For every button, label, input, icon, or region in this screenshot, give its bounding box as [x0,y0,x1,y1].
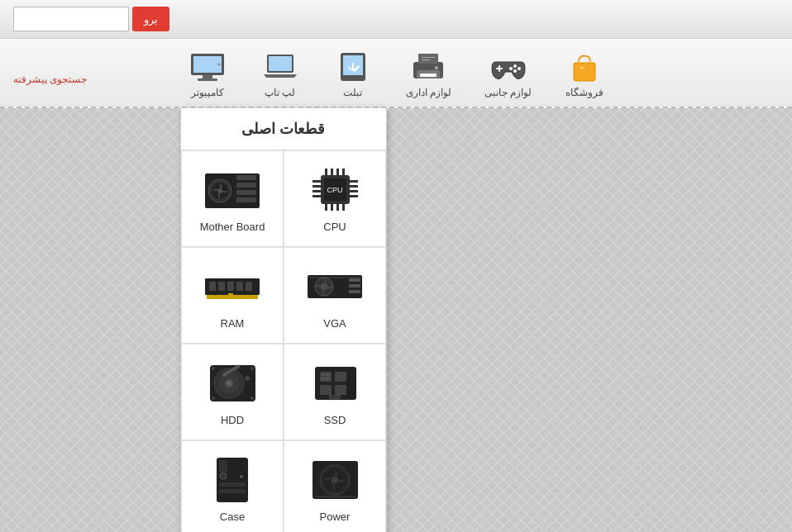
svg-rect-36 [336,169,339,175]
svg-rect-74 [326,378,329,380]
svg-rect-27 [313,185,321,188]
svg-rect-73 [322,378,325,380]
svg-rect-22 [198,78,217,81]
svg-rect-56 [349,290,360,293]
svg-rect-54 [349,278,360,282]
svg-rect-63 [246,282,252,291]
dropdown-panel: قطعات اصلی [180,107,387,532]
svg-rect-96 [219,489,246,493]
search-input[interactable] [13,7,129,31]
svg-rect-91 [314,496,356,497]
svg-rect-57 [309,277,360,278]
grid-item-ram[interactable]: RAM [181,247,284,344]
ram-label: RAM [221,317,245,330]
nav-label-laptop: لپ تاپ [265,87,295,98]
svg-rect-39 [331,204,333,211]
svg-rect-28 [313,190,321,192]
desktop-icon [188,50,227,83]
grid-item-power[interactable]: Power [284,440,386,532]
cpu-icon: CPU [306,164,364,214]
svg-rect-61 [227,282,234,291]
svg-text:SSD: SSD [328,394,340,400]
shop-icon [565,50,604,83]
svg-point-97 [240,475,243,478]
svg-rect-21 [203,75,212,78]
tablet-icon [333,50,373,83]
nav-bar: فروشگاه لوازم جانبی [0,39,792,108]
svg-rect-68 [335,372,346,382]
hdd-icon [203,358,261,407]
svg-rect-93 [219,460,227,472]
cpu-label: CPU [323,221,346,233]
svg-rect-33 [350,195,358,197]
svg-rect-9 [418,54,438,64]
svg-rect-72 [326,373,329,376]
top-bar: برو [0,0,792,39]
svg-point-1 [580,66,584,69]
svg-point-12 [435,66,438,69]
svg-rect-37 [342,169,345,175]
svg-point-82 [245,376,250,381]
svg-rect-40 [336,204,339,211]
advanced-search-link[interactable]: جستجوی پیشرفته [13,74,87,85]
nav-item-gaming[interactable]: لوازم جانبی [468,45,548,103]
search-button[interactable]: برو [132,7,169,31]
svg-rect-32 [350,190,358,192]
dropdown-title: قطعات اصلی [181,108,386,150]
ssd-label: SSD [324,414,346,426]
grid-item-cpu[interactable]: CPU CPU [284,150,386,247]
svg-rect-41 [342,204,345,211]
svg-point-23 [217,64,220,66]
svg-rect-65 [228,293,233,297]
grid-item-motherboard[interactable]: Mother Board [181,150,284,247]
case-label: Case [220,511,245,523]
nav-label-desktop: کامپیوتر [191,87,224,98]
grid-item-ssd[interactable]: SSD SSD [284,344,386,440]
svg-point-80 [227,382,231,385]
svg-point-6 [513,69,517,73]
case-icon [203,454,261,504]
nav-item-shop[interactable]: فروشگاه [548,45,621,103]
svg-point-5 [518,67,521,70]
svg-point-7 [509,67,513,70]
svg-point-86 [250,397,254,400]
svg-rect-50 [236,197,256,202]
svg-rect-67 [320,372,332,382]
svg-rect-18 [269,56,292,71]
gaming-icon [489,50,528,83]
power-label: Power [320,511,351,523]
search-box: برو [13,7,169,31]
svg-point-94 [220,473,227,479]
nav-item-office[interactable]: لوازم اداری [389,45,468,103]
svg-rect-47 [236,175,256,180]
nav-item-tablet[interactable]: تبلت [317,45,389,103]
vga-label: VGA [323,317,346,330]
power-icon [306,454,364,504]
nav-item-laptop[interactable]: لپ تاپ [244,45,317,103]
grid-item-case[interactable]: Case [181,440,284,532]
vga-icon [306,261,364,311]
grid-item-hdd[interactable]: HDD [181,344,284,440]
svg-rect-30 [350,180,358,183]
hdd-label: HDD [221,414,244,426]
svg-point-85 [212,397,215,400]
nav-item-desktop[interactable]: کامپیوتر [171,45,244,103]
nav-label-office: لوازم اداری [406,87,451,98]
svg-rect-59 [209,282,216,291]
svg-rect-29 [313,195,321,197]
nav-label-tablet: تبلت [343,87,362,98]
motherboard-icon [203,164,261,214]
svg-rect-26 [313,180,321,183]
ssd-icon: SSD [306,358,364,407]
svg-rect-71 [322,373,325,376]
svg-rect-34 [325,169,327,175]
svg-rect-49 [236,190,256,195]
svg-rect-3 [496,68,503,69]
office-icon [408,50,448,83]
svg-rect-60 [218,282,225,291]
svg-rect-38 [325,204,327,211]
grid-item-vga[interactable]: VGA [284,247,386,344]
svg-rect-95 [219,482,246,487]
svg-rect-62 [236,282,243,291]
svg-rect-20 [193,56,222,73]
